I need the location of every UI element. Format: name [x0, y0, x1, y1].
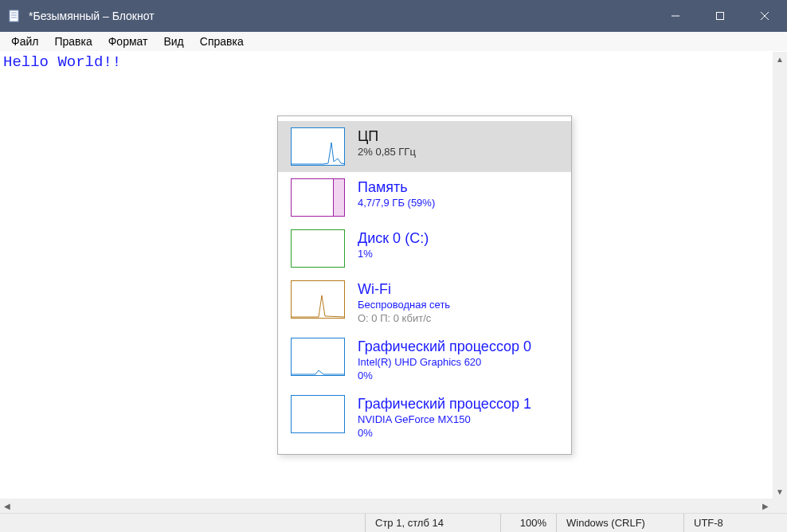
gpu0-percent: 0% [358, 369, 558, 382]
maximize-button[interactable] [698, 0, 742, 32]
memory-title: Память [358, 178, 558, 196]
perf-row-gpu0[interactable]: Графический процессор 0 Intel(R) UHD Gra… [278, 331, 571, 389]
gpu0-title: Графический процессор 0 [358, 338, 558, 355]
close-button[interactable] [742, 0, 787, 32]
gpu0-graph-icon [291, 338, 345, 376]
cpu-sub: 2% 0,85 ГГц [358, 145, 558, 158]
disk-graph-icon [291, 229, 345, 268]
status-zoom: 100% [500, 514, 556, 532]
svg-rect-5 [717, 13, 724, 20]
menu-edit[interactable]: Правка [46, 33, 100, 49]
menu-format[interactable]: Формат [100, 33, 156, 49]
task-manager-sidebar: ЦП 2% 0,85 ГГц Память 4,7/7,9 ГБ (59%) Д… [277, 115, 572, 455]
menu-view[interactable]: Вид [155, 33, 191, 49]
minimize-button[interactable] [653, 0, 698, 32]
status-empty [0, 514, 365, 532]
wifi-sub2: О: 0 П: 0 кбит/с [358, 311, 558, 325]
statusbar: Стр 1, стлб 14 100% Windows (CRLF) UTF-8 [0, 513, 787, 532]
memory-sub: 4,7/7,9 ГБ (59%) [358, 196, 558, 209]
vscroll-track[interactable] [773, 66, 787, 484]
hscroll-track[interactable] [14, 499, 758, 513]
gpu1-title: Графический процессор 1 [358, 395, 558, 413]
horizontal-scrollbar[interactable]: ◀ ▶ [0, 499, 773, 513]
status-line-ending: Windows (CRLF) [556, 514, 683, 532]
scroll-down-icon[interactable]: ▼ [773, 484, 787, 499]
menu-file[interactable]: Файл [3, 33, 46, 49]
svg-rect-0 [10, 10, 18, 22]
scroll-right-icon[interactable]: ▶ [758, 499, 773, 513]
menu-help[interactable]: Справка [192, 33, 252, 49]
wifi-graph-icon [291, 280, 345, 319]
titlebar: *Безымянный – Блокнот [0, 0, 787, 32]
scroll-corner [773, 499, 787, 513]
memory-graph-icon [291, 178, 345, 217]
cpu-graph-icon [291, 127, 345, 166]
gpu1-percent: 0% [358, 426, 558, 440]
scroll-up-icon[interactable]: ▲ [773, 52, 787, 66]
perf-row-cpu[interactable]: ЦП 2% 0,85 ГГц [278, 121, 571, 172]
perf-row-wifi[interactable]: Wi-Fi Беспроводная сеть О: 0 П: 0 кбит/с [278, 274, 571, 331]
wifi-sub: Беспроводная сеть [358, 298, 558, 311]
scroll-left-icon[interactable]: ◀ [0, 499, 14, 513]
gpu1-sub: NVIDIA GeForce MX150 [358, 413, 558, 426]
perf-row-memory[interactable]: Память 4,7/7,9 ГБ (59%) [278, 172, 571, 223]
status-encoding: UTF-8 [683, 514, 787, 532]
gpu1-graph-icon [291, 395, 345, 433]
notepad-icon [8, 10, 21, 22]
perf-row-disk[interactable]: Диск 0 (C:) 1% [278, 223, 571, 274]
wifi-title: Wi-Fi [358, 280, 558, 298]
window-title: *Безымянный – Блокнот [29, 10, 155, 22]
editor-area: Hello World!! ЦП 2% 0,85 ГГц Память 4,7/… [0, 51, 787, 513]
vertical-scrollbar[interactable]: ▲ ▼ [773, 52, 787, 499]
status-position: Стр 1, стлб 14 [365, 514, 500, 532]
cpu-title: ЦП [358, 127, 558, 145]
perf-row-gpu1[interactable]: Графический процессор 1 NVIDIA GeForce M… [278, 389, 571, 446]
menubar: Файл Правка Формат Вид Справка [0, 32, 787, 51]
disk-title: Диск 0 (C:) [358, 229, 558, 247]
gpu0-sub: Intel(R) UHD Graphics 620 [358, 355, 558, 369]
disk-percent: 1% [358, 247, 558, 260]
